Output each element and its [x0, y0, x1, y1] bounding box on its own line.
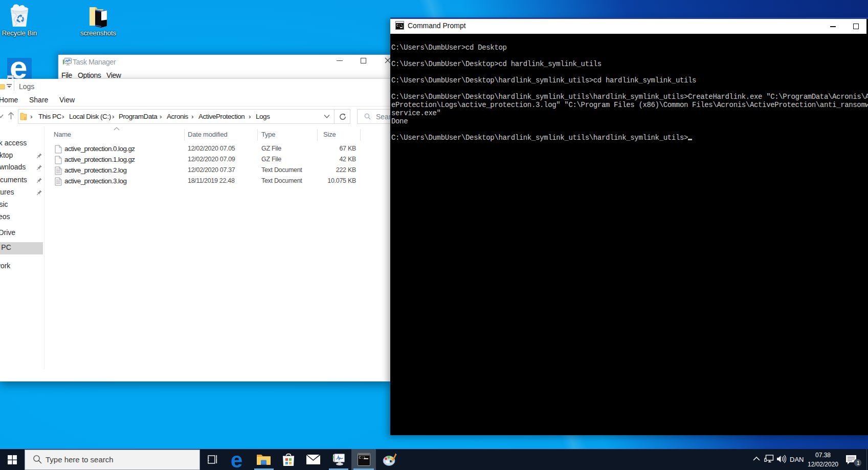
svg-text:1: 1	[857, 460, 860, 466]
svg-text:C:\: C:\	[396, 24, 403, 28]
